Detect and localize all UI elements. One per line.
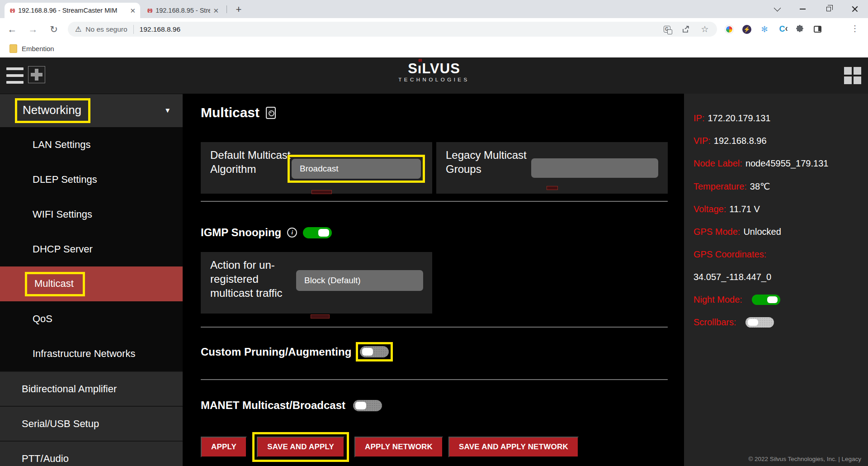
annotation-box-algorithm-dropdown: Broadcast [288,155,425,183]
tab-streamcaster-96[interactable]: ((•)) 192.168.8.96 - StreamCaster MIM ✕ [5,3,140,18]
snowflake-extension-icon[interactable]: ✻ [760,24,769,34]
igmp-snooping-label: IGMP Snooping [201,226,281,239]
window-minimize-button[interactable] [792,0,813,18]
info-row-vip: VIP:192.168.8.96 [693,136,868,146]
default-multicast-algorithm-panel: Default Multicast Algorithm Broadcast [201,142,432,194]
omnibox-separator [133,25,134,34]
sidebar-item-ptt-audio[interactable]: PTT/Audio [0,441,183,466]
field-label: Action for un-registered multicast traff… [210,258,301,300]
logo-subtitle: TECHNOLOGIES [398,77,469,82]
tab-title: 192.168.8.95 - StreamCaster MIM [156,7,210,14]
action-unregistered-select[interactable]: Block (Default) [296,270,423,291]
night-mode-row: Night Mode: [693,295,868,305]
node-info-panel: IP:172.20.179.131 VIP:192.168.8.96 Node … [684,94,868,466]
address-bar[interactable]: ⚠ No es seguro 192.168.8.96 G ☆ [68,22,717,37]
scrollbars-label: Scrollbars: [693,317,736,328]
action-unregistered-panel: Action for un-registered multicast traff… [201,252,432,314]
url-text[interactable]: 192.168.8.96 [140,25,181,33]
tab-divider [226,5,227,13]
info-row-node-label: Node Label:node45955_179.131 [693,158,868,169]
sidebar-section-networking[interactable]: Networking ▼ [0,94,183,127]
info-row-temperature: Temperature:38℃ [693,181,868,192]
bookmark-embention[interactable]: Embention [22,45,54,52]
night-mode-label: Night Mode: [693,295,742,305]
tab-search-chevron-icon[interactable] [767,0,788,18]
browser-menu-icon[interactable]: ⋮ [851,24,859,33]
translate-icon[interactable]: G [662,24,672,34]
custom-pruning-toggle[interactable] [360,346,389,357]
side-panel-icon[interactable] [812,24,822,34]
c-extension-icon[interactable]: C [777,24,787,34]
section-divider [201,379,668,380]
new-tab-button[interactable]: + [232,3,245,16]
sidebar-item-qos[interactable]: QoS [0,301,183,336]
manual-icon[interactable] [266,107,276,119]
sidebar-item-multicast[interactable]: Multicast [0,266,183,301]
extensions-row: ⚡ ✻ C [724,22,822,37]
close-tab-icon[interactable]: ✕ [130,7,136,14]
section-divider [201,201,668,202]
manet-multicast-label: MANET Multicast/Broadcast [201,399,345,412]
browser-tab-strip: ((•)) 192.168.8.96 - StreamCaster MIM ✕ … [0,0,868,18]
bolt-extension-icon[interactable]: ⚡ [742,24,752,34]
photos-extension-icon[interactable] [724,24,734,34]
legacy-multicast-groups-input[interactable] [531,158,658,178]
not-secure-warning-icon[interactable]: ⚠ [75,25,81,33]
app-header: Sı((•))LVUS TECHNOLOGIES [0,57,868,94]
sidebar-item-lan-settings[interactable]: LAN Settings [0,127,183,162]
radio-favicon: ((•)) [10,8,14,13]
puzzle-extensions-icon[interactable] [795,24,805,34]
forward-icon[interactable]: → [26,23,40,36]
info-row-gps-coordinates: GPS Coordinates: [693,249,868,260]
back-icon[interactable]: ← [5,23,19,36]
window-close-button[interactable] [844,0,865,18]
reload-icon[interactable]: ↻ [47,23,61,36]
apply-button[interactable]: APPLY [201,437,247,457]
info-icon[interactable]: i [287,228,297,238]
tooltip-anchor-mark [547,186,558,190]
add-node-icon[interactable] [28,66,45,83]
sidebar-item-wifi-settings[interactable]: WIFI Settings [0,197,183,232]
sidebar-item-serial-usb-setup[interactable]: Serial/USB Setup [0,406,183,441]
security-label[interactable]: No es seguro [85,25,127,33]
save-and-apply-button[interactable]: SAVE AND APPLY [257,437,344,457]
sidebar-item-infrastructure-networks[interactable]: Infrastructure Networks [0,336,183,371]
save-and-apply-network-button[interactable]: SAVE AND APPLY NETWORK [448,437,579,457]
sidebar-item-dhcp-server[interactable]: DHCP Server [0,232,183,266]
bookmarks-bar: Embention [0,40,868,57]
annotation-box-custom-pruning-toggle [356,342,393,361]
igmp-snooping-toggle[interactable] [303,227,332,238]
tooltip-anchor-mark [311,314,330,319]
info-row-ip: IP:172.20.179.131 [693,113,868,124]
field-label: Legacy Multicast Groups [446,148,532,176]
field-label: Default Multicast Algorithm [210,148,296,176]
bookmark-star-icon[interactable]: ☆ [700,24,710,34]
default-multicast-algorithm-select[interactable]: Broadcast [292,159,421,179]
radio-favicon: ((•)) [147,8,152,13]
hamburger-menu-icon[interactable] [6,67,24,84]
sidebar-nav: Networking ▼ LAN Settings DLEP Settings … [0,94,183,466]
night-mode-toggle[interactable] [752,295,780,305]
sidebar-item-dlep-settings[interactable]: DLEP Settings [0,162,183,197]
scrollbars-toggle[interactable] [745,317,774,328]
window-restore-button[interactable] [818,0,839,18]
sidebar-section-label: Networking [23,103,81,117]
chevron-down-icon: ▼ [164,106,171,114]
tooltip-anchor-mark [311,190,332,194]
bookmark-favicon [9,44,17,53]
grid-layout-icon[interactable] [844,67,861,84]
manet-multicast-toggle[interactable] [353,400,382,411]
sidebar-item-bidirectional-amplifier[interactable]: Bidirectional Amplifier [0,371,183,406]
share-icon[interactable] [681,24,691,34]
info-row-gps-mode: GPS Mode:Unlocked [693,227,868,237]
main-content: Multicast Default Multicast Algorithm Br… [183,94,684,466]
tab-streamcaster-95[interactable]: ((•)) 192.168.8.95 - StreamCaster MIM ✕ [142,3,223,18]
action-buttons-row: APPLY SAVE AND APPLY APPLY NETWORK SAVE … [201,432,579,462]
info-row-voltage: Voltage:11.71 V [693,204,868,214]
page-title: Multicast [201,105,259,120]
custom-pruning-label: Custom Pruning/Augmenting [201,346,351,358]
close-tab-icon[interactable]: ✕ [213,7,219,14]
apply-network-button[interactable]: APPLY NETWORK [354,437,443,457]
silvus-logo: Sı((•))LVUS TECHNOLOGIES [0,62,868,82]
gps-coordinates-value: 34.057_-118.447_0 [693,272,868,282]
